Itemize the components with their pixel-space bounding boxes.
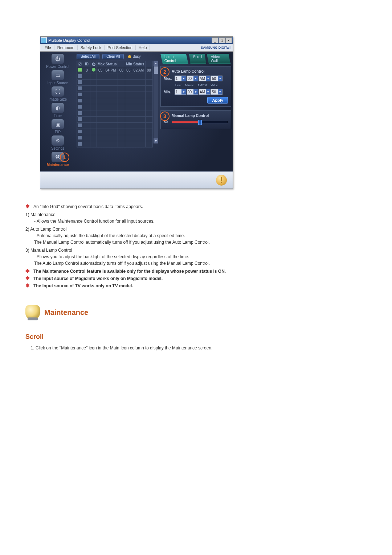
- power-on-icon: [92, 68, 95, 72]
- sidebar-label: Time: [43, 114, 72, 118]
- sidebar-item-pip[interactable]: ▣ PIP: [43, 119, 72, 134]
- sidebar-item-image-size[interactable]: ⛶ Image Size: [43, 86, 72, 101]
- tab-lamp-control[interactable]: Lamp Control: [160, 54, 188, 64]
- note-3: The Input source of TV works only on TV …: [33, 283, 133, 289]
- max-ampm-select[interactable]: AM▾: [199, 76, 211, 81]
- row-checkbox[interactable]: [78, 74, 82, 78]
- scroll-up-icon[interactable]: ▲: [154, 61, 158, 66]
- sidebar-item-input-source[interactable]: ▭ Input Source: [43, 70, 72, 85]
- row-checkbox[interactable]: [78, 93, 82, 96]
- pip-icon: ▣: [52, 119, 64, 129]
- max-minute-select[interactable]: 00▾: [187, 76, 198, 81]
- slider-thumb[interactable]: [198, 120, 202, 125]
- min-minute-select[interactable]: 00▾: [187, 89, 198, 95]
- maximize-button[interactable]: □: [219, 37, 225, 43]
- clear-all-button[interactable]: Clear All: [102, 54, 124, 59]
- table-row[interactable]: [77, 80, 153, 86]
- menu-safety-lock[interactable]: Safety Lock: [78, 45, 105, 50]
- cell-max-val: 60: [118, 67, 125, 73]
- col-min-status: Min Status: [125, 61, 145, 67]
- min-value-select[interactable]: 50▾: [211, 89, 222, 95]
- row-checkbox[interactable]: [78, 68, 82, 72]
- document-body: ✱ An "Info Grid" showing several basic d…: [25, 203, 367, 351]
- settings-icon: ⚙: [52, 135, 64, 146]
- min-hour-select[interactable]: 1▾: [175, 89, 186, 95]
- min-ampm-select[interactable]: AM▾: [199, 89, 211, 95]
- col-max-status: Max Status: [97, 61, 118, 67]
- table-row[interactable]: [77, 123, 153, 129]
- row-checkbox[interactable]: [78, 142, 82, 146]
- tab-scroll[interactable]: Scroll: [189, 54, 206, 64]
- item-3-head: 3) Manual Lamp Control: [25, 247, 367, 254]
- sidebar-item-maintenance[interactable]: 🛠 Maintenance 1: [43, 152, 72, 167]
- table-row[interactable]: [77, 117, 153, 123]
- col-max-val: [118, 61, 125, 67]
- sidebar-label: Image Size: [43, 97, 72, 101]
- table-row[interactable]: 0 05 : 04 PM 60 03 : 02 AM 80: [77, 67, 153, 73]
- table-row[interactable]: [77, 110, 153, 117]
- manual-lamp-slider[interactable]: [172, 121, 228, 123]
- row-checkbox[interactable]: [78, 80, 82, 84]
- info-grid-area: Select All Clear All Busy ☑ ID ⏻: [77, 54, 158, 170]
- row-checkbox[interactable]: [78, 123, 82, 127]
- row-checkbox[interactable]: [78, 117, 82, 121]
- table-row[interactable]: [77, 135, 153, 141]
- menu-port-selection[interactable]: Port Selection: [105, 45, 135, 50]
- tab-video-wall[interactable]: Video Wall: [207, 54, 230, 64]
- row-checkbox[interactable]: [78, 130, 82, 133]
- cell-max: 05 : 04 PM: [97, 67, 118, 73]
- grid-scrollbar[interactable]: ▲ ▼: [154, 61, 158, 143]
- time-icon: ◐: [52, 103, 64, 113]
- row-checkbox[interactable]: [78, 136, 82, 139]
- scroll-down-icon[interactable]: ▼: [154, 138, 158, 143]
- menu-file[interactable]: File: [42, 45, 54, 50]
- busy-indicator: Busy: [127, 54, 140, 58]
- cell-id: 0: [83, 67, 90, 73]
- apply-button[interactable]: Apply: [207, 97, 228, 104]
- tab-strip: Lamp Control Scroll Video Wall: [160, 54, 231, 64]
- window-title: Multiple Display Control: [48, 38, 211, 42]
- max-value-select[interactable]: 50▾: [211, 76, 222, 81]
- menu-help[interactable]: Help: [136, 45, 150, 50]
- max-hour-select[interactable]: 1▾: [175, 76, 186, 81]
- menu-remocon[interactable]: Remocon: [54, 45, 78, 50]
- table-row[interactable]: [77, 73, 153, 80]
- slider-fill: [172, 121, 200, 123]
- table-row[interactable]: [77, 104, 153, 110]
- subhead-scroll: Scroll: [25, 332, 367, 342]
- cell-min: 03 : 02 AM: [125, 67, 145, 73]
- sidebar-label: Power Control: [43, 65, 72, 69]
- callout-1: 1: [60, 153, 69, 162]
- row-checkbox[interactable]: [78, 99, 82, 102]
- table-row[interactable]: [77, 129, 153, 135]
- manual-lamp-title: Manual Lamp Control: [172, 114, 228, 118]
- item-2-head: 2) Auto Lamp Control: [25, 226, 367, 232]
- row-checkbox[interactable]: [78, 86, 82, 90]
- app-window: Multiple Display Control _ □ × File Remo…: [40, 36, 233, 189]
- star-icon: ✱: [25, 203, 30, 210]
- table-row[interactable]: [77, 86, 153, 92]
- minimize-button[interactable]: _: [212, 37, 218, 43]
- col-power: ⏻: [90, 61, 97, 67]
- table-row[interactable]: [77, 141, 153, 147]
- sidebar-label: Input Source: [43, 81, 72, 85]
- close-button[interactable]: ×: [225, 37, 232, 43]
- row-checkbox[interactable]: [78, 111, 82, 115]
- sidebar-label: Settings: [43, 146, 72, 150]
- busy-label: Busy: [132, 54, 140, 58]
- warning-icon: !: [216, 175, 227, 186]
- sidebar-item-power-control[interactable]: ⏻ Power Control: [43, 54, 72, 69]
- scroll-thumb[interactable]: [154, 66, 158, 74]
- sidebar: ⏻ Power Control ▭ Input Source ⛶ Image S…: [40, 52, 75, 171]
- col-check[interactable]: ☑: [77, 61, 83, 67]
- row-checkbox[interactable]: [78, 105, 82, 109]
- menubar: File Remocon Safety Lock Port Selection …: [40, 44, 233, 52]
- sidebar-item-time[interactable]: ◐ Time: [43, 103, 72, 118]
- table-row[interactable]: [77, 98, 153, 104]
- table-row[interactable]: [77, 92, 153, 98]
- chevron-down-icon: ▾: [193, 89, 198, 94]
- callout-3: 3: [160, 112, 170, 121]
- info-grid: ☑ ID ⏻ Max Status Min Status 0: [77, 61, 153, 147]
- sidebar-item-settings[interactable]: ⚙ Settings: [43, 135, 72, 150]
- select-all-button[interactable]: Select All: [77, 54, 99, 59]
